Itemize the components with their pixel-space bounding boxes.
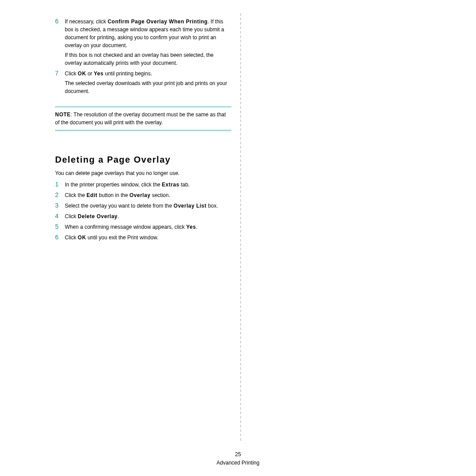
step-item: 4Click Delete Overlay. xyxy=(55,212,231,222)
bold-text: Extras xyxy=(162,182,179,188)
section-intro: You can delete page overlays that you no… xyxy=(55,169,231,177)
step-paragraph: Click Delete Overlay. xyxy=(65,212,231,220)
step-paragraph: Click the Edit button in the Overlay sec… xyxy=(65,191,231,199)
step-text: When a confirming message window appears… xyxy=(65,223,231,233)
step-text: Click the Edit button in the Overlay sec… xyxy=(65,191,231,201)
step-paragraph: Click OK until you exit the Print window… xyxy=(65,234,231,242)
body-text: section. xyxy=(150,192,170,198)
step-number: 6 xyxy=(55,18,65,69)
step-paragraph: When a confirming message window appears… xyxy=(65,223,231,231)
body-text: In the printer properties window, click … xyxy=(65,182,162,188)
step-text: Select the overlay you want to delete fr… xyxy=(65,202,231,212)
step-number: 4 xyxy=(55,212,65,222)
step-text: Click Delete Overlay. xyxy=(65,212,231,222)
step-number: 7 xyxy=(55,70,65,97)
step-item: 6Click OK until you exit the Print windo… xyxy=(55,234,231,243)
document-page: 6If necessary, click Confirm Page Overla… xyxy=(0,0,476,476)
step-paragraph: The selected overlay downloads with your… xyxy=(65,79,231,95)
note-text: : The resolution of the overlay document… xyxy=(55,112,226,126)
page-footer: 25 Advanced Printing xyxy=(0,450,476,467)
bold-text: Edit xyxy=(86,192,97,198)
body-text: If this box is not checked and an overla… xyxy=(65,52,214,66)
steps-list-section2: 1In the printer properties window, click… xyxy=(55,181,231,243)
step-number: 5 xyxy=(55,223,65,233)
body-text: When a confirming message window appears… xyxy=(65,224,186,230)
steps-list-top: 6If necessary, click Confirm Page Overla… xyxy=(55,18,231,97)
step-number: 6 xyxy=(55,234,65,243)
step-paragraph: Click OK or Yes until printing begins. xyxy=(65,70,231,78)
body-text: If necessary, click xyxy=(65,19,108,25)
bold-text: Delete Overlay xyxy=(78,213,117,219)
body-text: Click xyxy=(65,234,78,241)
step-item: 5When a confirming message window appear… xyxy=(55,223,231,233)
step-item: 3Select the overlay you want to delete f… xyxy=(55,202,231,212)
body-text: button in the xyxy=(97,192,130,198)
step-paragraph: If this box is not checked and an overla… xyxy=(65,51,231,67)
bold-text: Confirm Page Overlay When Printing xyxy=(108,19,208,25)
step-paragraph: In the printer properties window, click … xyxy=(65,181,231,189)
body-text: until you exit the Print window. xyxy=(86,234,158,241)
step-number: 2 xyxy=(55,191,65,201)
step-text: Click OK or Yes until printing begins.Th… xyxy=(65,70,231,97)
body-text: Click xyxy=(65,213,78,219)
body-text: Click the xyxy=(65,192,86,198)
bold-text: OK xyxy=(78,71,86,77)
step-number: 3 xyxy=(55,202,65,212)
left-column: 6If necessary, click Confirm Page Overla… xyxy=(55,18,231,243)
step-paragraph: Select the overlay you want to delete fr… xyxy=(65,202,231,210)
bold-text: Overlay xyxy=(130,192,151,198)
body-text: The selected overlay downloads with your… xyxy=(65,80,227,94)
column-divider xyxy=(240,13,241,441)
note-block: NOTE: The resolution of the overlay docu… xyxy=(55,107,231,130)
step-item: 7Click OK or Yes until printing begins.T… xyxy=(55,70,231,97)
step-text: If necessary, click Confirm Page Overlay… xyxy=(65,18,231,69)
step-text: Click OK until you exit the Print window… xyxy=(65,234,231,243)
section-heading: Deleting a Page Overlay xyxy=(55,155,231,165)
step-item: 1In the printer properties window, click… xyxy=(55,181,231,190)
body-text: . xyxy=(196,224,197,230)
bold-text: Yes xyxy=(186,224,196,230)
body-text: tab. xyxy=(179,182,190,188)
bold-text: Overlay List xyxy=(174,203,207,209)
body-text: or xyxy=(86,71,93,77)
step-item: 6If necessary, click Confirm Page Overla… xyxy=(55,18,231,69)
bold-text: OK xyxy=(78,234,86,241)
note-label: NOTE xyxy=(55,112,71,118)
body-text: Click xyxy=(65,71,78,77)
body-text: until printing begins. xyxy=(104,71,152,77)
step-item: 2Click the Edit button in the Overlay se… xyxy=(55,191,231,201)
step-text: In the printer properties window, click … xyxy=(65,181,231,190)
body-text: box. xyxy=(207,203,218,209)
footer-section-name: Advanced Printing xyxy=(0,459,476,467)
body-text: Select the overlay you want to delete fr… xyxy=(65,203,174,209)
step-paragraph: If necessary, click Confirm Page Overlay… xyxy=(65,18,231,49)
page-number: 25 xyxy=(0,450,476,459)
step-number: 1 xyxy=(55,181,65,190)
bold-text: Yes xyxy=(94,71,104,77)
body-text: . xyxy=(118,213,119,219)
